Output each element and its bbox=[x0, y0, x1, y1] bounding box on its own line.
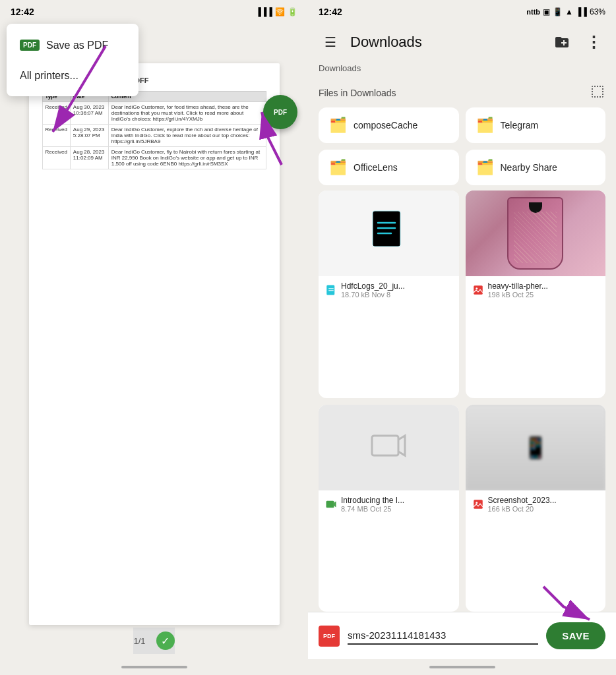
folder-name: Telegram bbox=[501, 120, 539, 131]
save-button[interactable]: SAVE bbox=[546, 622, 605, 649]
battery-left: 🔋 bbox=[288, 7, 297, 16]
document-icon bbox=[367, 210, 410, 257]
folder-grid: 🗂️ composeCache 🗂️ Telegram 🗂️ OfficeLen… bbox=[308, 107, 616, 191]
table-row: Received Aug 29, 2023 5:28:07 PM Dear In… bbox=[42, 125, 266, 147]
file-card-video[interactable]: Introducing the I... 8.74 MB Oct 25 bbox=[319, 405, 459, 612]
file-meta-cloth: 198 kB Oct 25 bbox=[488, 291, 600, 299]
folder-name: OfficeLens bbox=[354, 162, 398, 173]
save-label: SAVE bbox=[562, 630, 590, 641]
nav-bar-right bbox=[429, 666, 495, 668]
video-visual bbox=[319, 405, 459, 490]
file-name-input[interactable] bbox=[348, 627, 538, 645]
all-printers-option[interactable]: All printers... bbox=[7, 61, 139, 91]
file-name-hdfc: HdfcLogs_20_ju... bbox=[341, 281, 452, 291]
fab-pdf-button[interactable]: PDF bbox=[263, 95, 297, 129]
folder-item-officelens[interactable]: 🗂️ OfficeLens bbox=[319, 150, 459, 185]
svg-rect-7 bbox=[326, 285, 334, 295]
battery-right: 63% bbox=[590, 7, 605, 16]
page-title: Downloads bbox=[350, 34, 542, 51]
data-network-icon: nttb bbox=[526, 8, 540, 16]
add-folder-icon bbox=[554, 34, 570, 50]
save-as-pdf-label: Save as PDF bbox=[46, 40, 108, 51]
pdf-file-icon: PDF bbox=[319, 626, 340, 647]
status-icons-left: ▐▐▐ 🛜 🔋 bbox=[255, 7, 297, 16]
more-icon: ⋮ bbox=[586, 33, 601, 51]
folder-name: composeCache bbox=[354, 120, 417, 131]
pdf-icon-small: PDF bbox=[20, 40, 40, 51]
right-panel: 12:42 nttb ▣ 📱 ▲ ▐▐ 63% ☰ Downloads ⋮ Do… bbox=[308, 0, 616, 675]
file-card-screenshot[interactable]: 📱 Screenshot_2023... 166 kB Oct 20 bbox=[466, 405, 606, 612]
print-paper: Conversation with: JM-INDOFF Type Date C… bbox=[29, 63, 280, 625]
section-header: Files in Downloads bbox=[308, 76, 616, 107]
row3-type: Received bbox=[42, 147, 70, 169]
svg-rect-12 bbox=[372, 436, 398, 455]
list-view-toggle[interactable] bbox=[590, 84, 605, 102]
file-meta-screenshot: 166 kB Oct 20 bbox=[488, 505, 600, 513]
signal-bars-right: ▐▐ bbox=[576, 7, 587, 16]
row3-date: Aug 28, 2023 11:02:09 AM bbox=[70, 147, 108, 169]
table-row: Received Aug 28, 2023 11:02:09 AM Dear I… bbox=[42, 147, 266, 169]
file-name-cloth: heavy-tilla-pher... bbox=[488, 281, 600, 291]
add-folder-button[interactable] bbox=[550, 30, 574, 54]
row1-content: Dear IndiGo Customer, for food times ahe… bbox=[108, 102, 266, 125]
file-info-video: Introducing the I... 8.74 MB Oct 25 bbox=[319, 490, 459, 518]
file-details-video: Introducing the I... 8.74 MB Oct 25 bbox=[341, 496, 452, 513]
file-details-screenshot: Screenshot_2023... 166 kB Oct 20 bbox=[488, 496, 600, 513]
row2-type: Received bbox=[42, 125, 70, 147]
file-card-cloth[interactable]: heavy-tilla-pher... 198 kB Oct 25 bbox=[466, 191, 606, 398]
folder-icon: 🗂️ bbox=[329, 159, 347, 176]
folder-icon: 🗂️ bbox=[476, 117, 494, 134]
file-name-video: Introducing the I... bbox=[341, 496, 452, 505]
file-thumb-hdfc bbox=[319, 191, 459, 276]
folder-item-telegram[interactable]: 🗂️ Telegram bbox=[466, 107, 606, 143]
phone-icon: 📱 bbox=[553, 7, 563, 16]
document-type-icon bbox=[325, 284, 337, 296]
left-panel: 12:42 ▐▐▐ 🛜 🔋 PDF Save as PDF All printe… bbox=[0, 0, 308, 675]
image-type-icon bbox=[472, 284, 484, 296]
blurred-icon: 📱 bbox=[522, 435, 549, 460]
file-name-screenshot: Screenshot_2023... bbox=[488, 496, 600, 505]
file-info-cloth: heavy-tilla-pher... 198 kB Oct 25 bbox=[466, 276, 606, 304]
menu-button[interactable]: ☰ bbox=[319, 30, 342, 54]
screenshot-type-icon bbox=[472, 498, 484, 510]
file-info-screenshot: Screenshot_2023... 166 kB Oct 20 bbox=[466, 490, 606, 518]
nav-hint-left bbox=[0, 659, 308, 675]
svg-point-11 bbox=[476, 287, 477, 289]
screenshot-visual: 📱 bbox=[466, 405, 606, 490]
folder-name: Nearby Share bbox=[501, 162, 557, 173]
svg-rect-14 bbox=[474, 500, 483, 509]
file-meta-hdfc: 18.70 kB Nov 8 bbox=[341, 291, 452, 299]
file-thumb-screenshot: 📱 bbox=[466, 405, 606, 490]
files-grid: HdfcLogs_20_ju... 18.70 kB Nov 8 bbox=[308, 191, 616, 612]
row1-type: Received bbox=[42, 102, 70, 125]
file-thumb-cloth bbox=[466, 191, 606, 276]
print-footer: 1/1 ✓ bbox=[133, 628, 174, 654]
file-details-hdfc: HdfcLogs_20_ju... 18.70 kB Nov 8 bbox=[341, 281, 452, 299]
row3-content: Dear IndiGo Customer, fly to Nairobi wit… bbox=[108, 147, 266, 169]
more-options-button[interactable]: ⋮ bbox=[582, 30, 605, 54]
nav-bar-left bbox=[121, 666, 187, 668]
breadcrumb: Downloads bbox=[308, 61, 616, 76]
nav-hint-right bbox=[308, 659, 616, 675]
bottom-bar: PDF SAVE bbox=[308, 612, 616, 659]
folder-item-nearbyshare[interactable]: 🗂️ Nearby Share bbox=[466, 150, 606, 185]
save-as-pdf-option[interactable]: PDF Save as PDF bbox=[7, 29, 139, 61]
svg-point-15 bbox=[476, 502, 477, 504]
row2-content: Dear IndiGo Customer, explore the rich a… bbox=[108, 125, 266, 147]
hamburger-icon: ☰ bbox=[324, 34, 336, 50]
screen-record-icon: ▣ bbox=[543, 7, 550, 16]
conversation-table: Type Date Content Received Aug 30, 2023 … bbox=[42, 91, 266, 169]
video-type-icon bbox=[325, 498, 337, 510]
pdf-dropdown: PDF Save as PDF All printers... bbox=[7, 24, 139, 96]
time-right: 12:42 bbox=[319, 7, 342, 17]
signal-icon: ▐▐▐ bbox=[255, 7, 272, 16]
toolbar-right: ☰ Downloads ⋮ bbox=[308, 24, 616, 61]
svg-rect-10 bbox=[474, 285, 483, 295]
folder-item-composecache[interactable]: 🗂️ composeCache bbox=[319, 107, 459, 143]
row1-date: Aug 30, 2023 10:36:07 AM bbox=[70, 102, 108, 125]
file-meta-video: 8.74 MB Oct 25 bbox=[341, 505, 452, 513]
table-row: Received Aug 30, 2023 10:36:07 AM Dear I… bbox=[42, 102, 266, 125]
file-card-hdfc[interactable]: HdfcLogs_20_ju... 18.70 kB Nov 8 bbox=[319, 191, 459, 398]
print-preview: Conversation with: JM-INDOFF Type Date C… bbox=[0, 58, 308, 659]
status-bar-right: 12:42 nttb ▣ 📱 ▲ ▐▐ 63% bbox=[308, 0, 616, 24]
